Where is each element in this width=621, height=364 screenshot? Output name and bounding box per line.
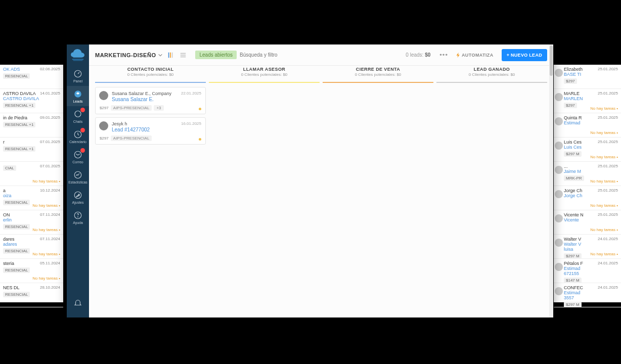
sidebar-item-calendario[interactable]: Calendario bbox=[67, 126, 89, 147]
search-wrap: Leads abiertos bbox=[195, 51, 402, 59]
avatar bbox=[99, 91, 108, 100]
background-card: 07.01.2025CIALNo hay tareas • bbox=[0, 162, 63, 186]
stage-column-contacto-inicial[interactable]: Susana Salazar E., CompanySusana Salazar… bbox=[95, 87, 206, 312]
background-card: 28.10.2024NES DLRESENCIAL bbox=[0, 283, 63, 307]
background-card: 10.12.2024aoizaRESENCIALNo hay tareas • bbox=[0, 186, 63, 210]
svg-point-4 bbox=[74, 151, 81, 158]
sidebar-item-label: Calendario bbox=[69, 140, 86, 144]
background-card: 05.11.2024steriaRESENCIALNo hay tareas • bbox=[0, 259, 63, 283]
stage-header[interactable]: LLAMAR ASESOR0 Clientes potenciales: $0 bbox=[209, 67, 320, 82]
chevron-down-icon bbox=[158, 53, 163, 58]
logo-icon bbox=[70, 49, 85, 62]
more-button[interactable]: ••• bbox=[439, 51, 448, 59]
background-card: 24.01.2025CONFECEstimad3557$297 M bbox=[554, 283, 621, 307]
stage-color-bar bbox=[95, 82, 206, 83]
background-card: 25.01.2025...Jaime MMRK-PRNo hay tareas … bbox=[554, 162, 621, 186]
background-panel-left: 02.06.2025OK ADSRESENCIAL14.01.2025ASTRO… bbox=[0, 65, 63, 302]
lead-icon bbox=[73, 89, 82, 99]
stage-column-cierre-de-venta[interactable] bbox=[323, 87, 433, 312]
background-card: 02.06.2025OK ADSRESENCIAL bbox=[0, 65, 63, 89]
sidebar-item-correo[interactable]: Correo bbox=[67, 147, 89, 167]
background-card: 07.11.2024daresadaresRESENCIALNo hay tar… bbox=[0, 235, 63, 259]
stats-icon bbox=[73, 170, 82, 179]
stage-color-bar bbox=[436, 82, 547, 83]
sidebar-item-leads[interactable]: Leads bbox=[67, 86, 89, 106]
stage-title: CONTACTO INICIAL bbox=[95, 67, 206, 72]
stage-header[interactable]: CONTACTO INICIAL0 Clientes potenciales: … bbox=[95, 67, 206, 82]
stage-subtitle: 0 Clientes potenciales: $0 bbox=[209, 72, 320, 77]
sidebar-item-label: Ajustes bbox=[72, 201, 84, 204]
background-card: 24.01.2025Walter VWalter Vluisa$297 MNo … bbox=[554, 235, 621, 259]
logo[interactable] bbox=[69, 48, 86, 63]
sidebar-item-label: Chats bbox=[73, 120, 82, 123]
background-card: 25.01.2025Quinta REstimadNo hay tareas • bbox=[554, 113, 621, 138]
sidebar-item-label: Leads bbox=[73, 100, 82, 103]
stage-subtitle: 0 Clientes potenciales: $0 bbox=[95, 72, 206, 77]
sidebar-item-label: Ayuda bbox=[73, 221, 83, 224]
main: MARKETING-DISEÑO Leads abiertos 0 leads:… bbox=[89, 44, 553, 317]
lead-price: $297 bbox=[100, 106, 109, 110]
sidebar-item-ayuda[interactable]: Ayuda bbox=[67, 207, 89, 228]
background-card: 25.01.2025MARLEMARLEN$297No hay tareas • bbox=[554, 89, 621, 113]
sidebar-item-label: Panel bbox=[73, 79, 82, 83]
menu-icon[interactable] bbox=[179, 51, 187, 59]
bolt-icon bbox=[456, 53, 460, 58]
stage-color-bar bbox=[209, 82, 320, 83]
lead-price: $297 bbox=[100, 136, 109, 141]
lead-date: 16.01.2025 bbox=[181, 121, 201, 126]
lead-tag: AIPS-PRESENCIAL bbox=[111, 105, 152, 111]
svg-rect-9 bbox=[168, 52, 169, 58]
new-lead-button[interactable]: + NUEVO LEAD bbox=[502, 49, 547, 61]
scrollbar-thumb[interactable] bbox=[550, 46, 553, 76]
bell-icon bbox=[73, 298, 82, 307]
lead-title: Susana Salazar E. bbox=[112, 97, 201, 102]
lead-date: 22.01.2025 bbox=[181, 91, 201, 96]
wrench-icon bbox=[73, 191, 82, 200]
stage-color-bar bbox=[323, 82, 433, 83]
filter-pill[interactable]: Leads abiertos bbox=[195, 51, 237, 59]
svg-point-6 bbox=[74, 192, 81, 199]
background-card: 14.01.2025ASTRO DAVILACASTRO DAVILARESEN… bbox=[0, 89, 63, 113]
avatar bbox=[99, 121, 108, 130]
automate-button[interactable]: AUTOMATIZA bbox=[452, 51, 498, 60]
pipeline-name: MARKETING-DISEÑO bbox=[95, 52, 156, 58]
topbar: MARKETING-DISEÑO Leads abiertos 0 leads:… bbox=[89, 44, 553, 66]
sidebar-item-panel[interactable]: Panel bbox=[67, 66, 89, 86]
sidebar-item-notifications[interactable] bbox=[67, 293, 89, 313]
status-dot bbox=[199, 138, 201, 141]
svg-rect-11 bbox=[172, 52, 173, 58]
search-input[interactable] bbox=[240, 52, 310, 58]
background-card: 25.01.2025Luis CesLuis Ces$297 MNo hay t… bbox=[554, 138, 621, 162]
background-card: 07.01.2025rRESENCIAL +1 bbox=[0, 138, 63, 162]
stage-subtitle: 0 Clientes potenciales: $0 bbox=[323, 72, 433, 77]
background-card: 25.01.2025Vicente NVicenteNo hay tareas … bbox=[554, 210, 621, 235]
sidebar-item-label: Correo bbox=[72, 160, 83, 164]
sidebar-item-label: Estadísticas bbox=[68, 180, 87, 184]
background-panel-right: 25.01.2025ElizabethBASE TI$29725.01.2025… bbox=[554, 65, 621, 302]
notification-badge bbox=[80, 128, 85, 132]
lead-card[interactable]: Jesyk hLead #1427700216.01.2025$297AIPS-… bbox=[95, 117, 206, 145]
lead-title: Lead #14277002 bbox=[112, 127, 201, 132]
background-card: 09.01.2025in de PiedraRESENCIAL +1 bbox=[0, 113, 63, 138]
view-toggle-icon[interactable] bbox=[167, 51, 175, 59]
background-card: 24.01.2025Pétalos FEstimad672155$147 M bbox=[554, 259, 621, 283]
leads-count: 0 leads: $0 bbox=[406, 52, 430, 58]
lead-card[interactable]: Susana Salazar E., CompanySusana Salazar… bbox=[95, 87, 206, 114]
app-window: PanelLeadsChatsCalendarioCorreoEstadísti… bbox=[67, 44, 553, 317]
stage-header[interactable]: LEAD GANADO0 Clientes potenciales: $0 bbox=[436, 67, 547, 82]
background-card: 25.01.2025Jorge ChJorge ChNo hay tareas … bbox=[554, 186, 621, 210]
stage-column-lead-ganado[interactable] bbox=[436, 87, 547, 312]
stage-header[interactable]: CIERRE DE VENTA0 Clientes potenciales: $… bbox=[323, 67, 433, 82]
stage-title: LLAMAR ASESOR bbox=[209, 67, 320, 72]
notification-badge bbox=[80, 148, 85, 153]
stage-column-llamar-asesor[interactable] bbox=[209, 87, 320, 312]
stage-subtitle: 0 Clientes potenciales: $0 bbox=[436, 72, 547, 77]
pipeline-selector[interactable]: MARKETING-DISEÑO bbox=[95, 52, 163, 58]
help-icon bbox=[73, 211, 82, 220]
sidebar-item-estadísticas[interactable]: Estadísticas bbox=[67, 167, 89, 187]
scrollbar[interactable] bbox=[549, 44, 553, 317]
sidebar-item-chats[interactable]: Chats bbox=[67, 106, 89, 126]
svg-point-8 bbox=[78, 216, 78, 217]
gauge-icon bbox=[73, 69, 82, 78]
sidebar-item-ajustes[interactable]: Ajustes bbox=[67, 187, 89, 207]
